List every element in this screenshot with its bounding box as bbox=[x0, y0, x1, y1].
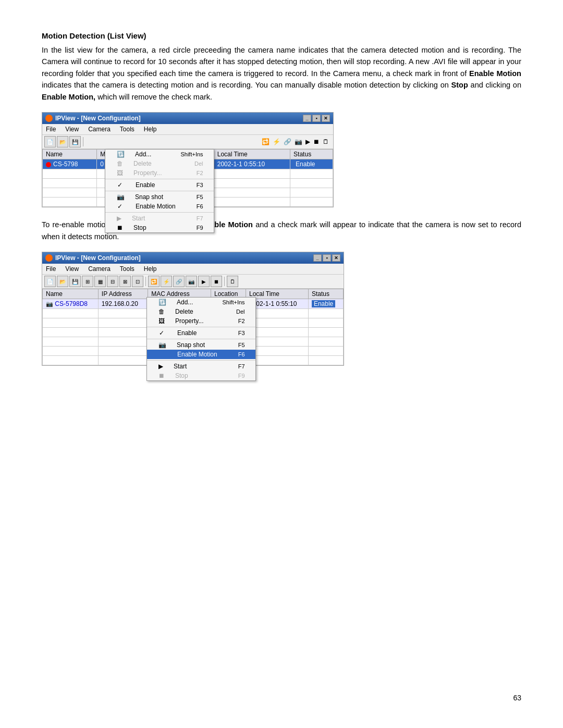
menu-camera-1[interactable]: Camera bbox=[87, 125, 112, 133]
menu-view-1[interactable]: View bbox=[64, 125, 80, 133]
ctx-delete-icon-1: 🗑 bbox=[117, 160, 123, 167]
menu-file-2[interactable]: File bbox=[44, 265, 57, 273]
toolbar-grid2-2[interactable]: ▦ bbox=[94, 276, 106, 287]
ctx-em-shortcut-1: F6 bbox=[197, 203, 203, 209]
status-badge-1: Enable bbox=[293, 161, 317, 168]
toolbar-grid5-2[interactable]: ⊡ bbox=[132, 276, 143, 287]
ctx-delete-2[interactable]: 🗑 Delete Del bbox=[147, 307, 255, 316]
cell-name-2: 📷 CS-5798D8 bbox=[43, 299, 99, 309]
ctx-enable-2[interactable]: ✓ Enable F3 bbox=[147, 328, 255, 338]
toolbar-icon2a[interactable]: 🔁 bbox=[148, 276, 160, 287]
toolbar-icon2e[interactable]: ▶ bbox=[198, 276, 210, 287]
col-name-1: Name bbox=[43, 150, 97, 159]
status-badge-2: Enable bbox=[312, 300, 335, 307]
window-2: IPView - [New Configuration] _ ▪ ✕ File … bbox=[42, 252, 344, 366]
menu-view-2[interactable]: View bbox=[64, 265, 80, 273]
ctx-snapshot-2[interactable]: 📷 Snap shot F5 bbox=[147, 340, 255, 350]
ctx-property-label-1: Property... bbox=[133, 169, 176, 177]
ctx-add-shortcut-1: Shift+Ins bbox=[180, 151, 203, 157]
cell-ip-2: 192.168.0.20 bbox=[98, 299, 148, 309]
minimize-btn-1[interactable]: _ bbox=[303, 115, 311, 122]
cell-status-1: Enable bbox=[290, 159, 333, 169]
minimize-btn-2[interactable]: _ bbox=[313, 254, 322, 262]
toolbar-open-1[interactable]: 📂 bbox=[57, 136, 68, 147]
ctx-property-1[interactable]: 🖼 Property... F2 bbox=[105, 168, 214, 178]
ctx-delete-1[interactable]: 🗑 Delete Del bbox=[105, 159, 214, 168]
ctx-stop-icon-1: ⏹ bbox=[117, 224, 123, 231]
bold-stop: Stop bbox=[451, 81, 468, 89]
ctx-property-icon-1: 🖼 bbox=[117, 169, 123, 177]
menu-tools-2[interactable]: Tools bbox=[118, 265, 136, 273]
ctx-start-1[interactable]: ▶ Start F7 bbox=[105, 214, 214, 223]
menubar-1[interactable]: File View Camera Tools Help bbox=[42, 124, 333, 135]
ctx-start-label-2: Start bbox=[174, 363, 217, 370]
ctx-snapshot-icon-1: 📷 bbox=[117, 193, 125, 201]
menu-help-1[interactable]: Help bbox=[142, 125, 158, 133]
ctx-sep-2a bbox=[147, 327, 255, 327]
restore-btn-1[interactable]: ▪ bbox=[312, 115, 321, 122]
ctx-snapshot-icon-2: 📷 bbox=[158, 341, 166, 349]
restore-btn-2[interactable]: ▪ bbox=[323, 254, 331, 262]
menubar-2[interactable]: File View Camera Tools Help bbox=[42, 264, 344, 275]
ctx-property-icon-2: 🖼 bbox=[158, 317, 165, 325]
app-icon-1 bbox=[45, 115, 53, 122]
toolbar-icon-1a: 🔁 bbox=[262, 138, 270, 145]
menu-tools-1[interactable]: Tools bbox=[118, 125, 136, 133]
titlebar-buttons-2[interactable]: _ ▪ ✕ bbox=[313, 254, 340, 262]
ctx-stop-shortcut-1: F9 bbox=[197, 225, 203, 231]
ctx-start-shortcut-1: F7 bbox=[197, 215, 203, 221]
para1-text: In the list view for the camera, a red c… bbox=[42, 46, 521, 78]
titlebar-1: IPView - [New Configuration] _ ▪ ✕ bbox=[42, 113, 333, 124]
ctx-enable-1[interactable]: ✓ Enable F3 bbox=[105, 180, 214, 190]
para1c-text: and clicking on bbox=[468, 81, 521, 89]
toolbar-save-1[interactable]: 💾 bbox=[69, 136, 81, 147]
toolbar-sep-1 bbox=[83, 137, 83, 146]
ctx-stop-label-1: Stop bbox=[133, 224, 176, 231]
toolbar-icon2d[interactable]: 📷 bbox=[186, 276, 197, 287]
ctx-enablemotion-2[interactable]: Enable Motion F6 bbox=[147, 350, 255, 359]
ctx-enable-shortcut-2: F3 bbox=[238, 330, 245, 336]
toolbar-icon2b[interactable]: ⚡ bbox=[161, 276, 172, 287]
ctx-snapshot-1[interactable]: 📷 Snap shot F5 bbox=[105, 192, 214, 202]
titlebar-buttons-1[interactable]: _ ▪ ✕ bbox=[303, 115, 330, 122]
ctx-delete-shortcut-2: Del bbox=[236, 309, 245, 315]
ctx-enable-check-2: ✓ bbox=[158, 329, 165, 337]
toolbar-grid4-2[interactable]: ⊠ bbox=[119, 276, 131, 287]
ctx-em-check-1: ✓ bbox=[117, 203, 123, 210]
menu-file-1[interactable]: File bbox=[44, 125, 57, 133]
toolbar-open-2[interactable]: 📂 bbox=[57, 276, 68, 287]
close-btn-1[interactable]: ✕ bbox=[322, 115, 330, 122]
menu-camera-2[interactable]: Camera bbox=[87, 265, 112, 273]
ctx-start-2[interactable]: ▶ Start F7 bbox=[147, 362, 255, 371]
ctx-enablemotion-1[interactable]: ✓ Enable Motion F6 bbox=[105, 202, 214, 211]
ctx-property-2[interactable]: 🖼 Property... F2 bbox=[147, 316, 255, 326]
toolbar-icon2c[interactable]: 🔗 bbox=[173, 276, 185, 287]
bold-enable-motion-2: Enable Motion, bbox=[42, 93, 95, 101]
menu-help-2[interactable]: Help bbox=[142, 265, 158, 273]
window-title-1: IPView - [New Configuration] bbox=[55, 115, 141, 122]
ctx-start-shortcut-2: F7 bbox=[238, 363, 245, 369]
window2-body: Name IP Address MAC Address Location Loc… bbox=[42, 289, 344, 365]
ctx-snapshot-label-1: Snap shot bbox=[135, 193, 176, 201]
ctx-snapshot-shortcut-2: F5 bbox=[238, 342, 245, 348]
ctx-add-1[interactable]: 🔃 Add... Shift+Ins bbox=[105, 150, 214, 159]
ctx-enable-label-1: Enable bbox=[136, 181, 176, 189]
ctx-em-shortcut-2: F6 bbox=[238, 351, 245, 357]
toolbar-icon2g[interactable]: 🗒 bbox=[227, 276, 238, 287]
ctx-stop-2[interactable]: ⏹ Stop F9 bbox=[147, 371, 255, 380]
ctx-em-label-1: Enable Motion bbox=[136, 203, 176, 210]
toolbar-grid1-2[interactable]: ⊞ bbox=[82, 276, 93, 287]
toolbar-grid3-2[interactable]: ⊟ bbox=[107, 276, 118, 287]
toolbar-icon-1e: ▶ bbox=[305, 138, 310, 145]
ctx-delete-label-1: Delete bbox=[133, 160, 174, 167]
ctx-enable-shortcut-1: F3 bbox=[197, 182, 203, 188]
ctx-sep-1a bbox=[105, 179, 214, 179]
toolbar-icon2f[interactable]: ⏹ bbox=[211, 276, 222, 287]
ctx-stop-1[interactable]: ⏹ Stop F9 bbox=[105, 223, 214, 232]
toolbar-icon-1f: ⏹ bbox=[313, 138, 320, 145]
toolbar-new-1[interactable]: 📄 bbox=[44, 136, 56, 147]
close-btn-2[interactable]: ✕ bbox=[332, 254, 340, 262]
ctx-add-2[interactable]: 🔃 Add... Shift+Ins bbox=[147, 298, 255, 307]
toolbar-new-2[interactable]: 📄 bbox=[44, 276, 56, 287]
toolbar-save-2[interactable]: 💾 bbox=[69, 276, 81, 287]
